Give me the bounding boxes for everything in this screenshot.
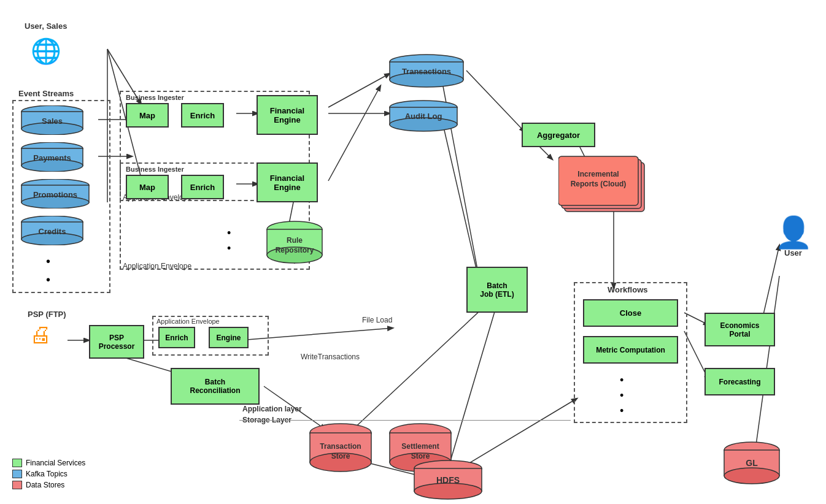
svg-text:Store: Store [411, 452, 430, 460]
sales-cylinder: Sales [18, 105, 86, 135]
user-sales-label: User, Sales [25, 21, 67, 31]
aggregator-box: Aggregator [522, 123, 595, 147]
metric-computation-box: Metric Computation [583, 336, 678, 364]
psp-processor-box: PSPProcessor [89, 325, 144, 359]
svg-text:Transaction: Transaction [320, 442, 361, 451]
svg-text:HDFS: HDFS [436, 475, 460, 485]
svg-line-7 [328, 74, 390, 107]
payments-cylinder: Payments [18, 142, 86, 172]
transaction-store: Transaction Store [307, 423, 374, 472]
psp-ftp-icon: 🖨 [29, 322, 52, 348]
svg-text:Rule: Rule [287, 236, 303, 245]
credits-cylinder: Credits [18, 216, 86, 245]
rule-repository: Rule Repository [264, 221, 325, 264]
bi2-label: Business Ingester [126, 166, 184, 173]
psp-engine-box: Engine [209, 327, 249, 348]
app-envelope-2-label: Application Envelope [123, 262, 191, 270]
dot1: • [46, 254, 50, 269]
svg-text:Repository: Repository [276, 246, 314, 254]
forecasting-box: Forecasting [704, 368, 775, 395]
svg-line-11 [442, 120, 479, 279]
wf-dot1: • [620, 374, 623, 387]
svg-point-82 [724, 468, 779, 484]
svg-point-78 [414, 483, 482, 499]
legend-data-color [12, 481, 22, 489]
legend: Financial Services Kafka Topics Data Sto… [12, 459, 85, 492]
dot3: • [227, 227, 231, 240]
user-figure-icon: 👤 [774, 215, 812, 250]
svg-text:Audit Log: Audit Log [405, 112, 442, 121]
write-transactions-label: WriteTransactions [301, 353, 360, 361]
svg-line-13 [466, 71, 525, 132]
economics-portal-box: EconomicsPortal [704, 313, 775, 346]
close-box: Close [583, 299, 678, 327]
batch-reconciliation-box: BatchReconciliation [171, 368, 260, 405]
svg-text:Settlement: Settlement [401, 442, 439, 451]
svg-text:GL: GL [746, 458, 758, 468]
legend-kafka-color [12, 470, 22, 478]
batch-job-etl-box: BatchJob (ETL) [466, 267, 528, 313]
svg-text:Promotions: Promotions [33, 190, 77, 199]
bi1-label: Business Ingester [126, 94, 184, 101]
financial-engine-2-box: Financial Engine [257, 162, 318, 202]
svg-line-9 [328, 86, 380, 181]
svg-text:Store: Store [331, 452, 350, 460]
workflows-label: Workflows [608, 285, 648, 294]
transactions-cylinder: Transactions [387, 54, 466, 88]
audit-log-cylinder: Audit Log [387, 100, 460, 132]
dot4: • [227, 242, 231, 255]
dot2: • [46, 273, 50, 287]
app-envelope-3-label: Application Envelope [156, 318, 220, 325]
file-load-label: File Load [362, 316, 392, 324]
incremental-reports: Incremental Reports (Cloud) [558, 153, 657, 223]
financial-engine-1-box: Financial Engine [257, 95, 318, 135]
svg-text:Transactions: Transactions [402, 67, 451, 76]
legend-data-label: Data Stores [26, 481, 64, 489]
svg-line-17 [448, 304, 497, 469]
psp-ftp-label: PSP (FTP) [28, 310, 66, 319]
promotions-cylinder: Promotions [18, 179, 92, 208]
bi2-map-box: Map [126, 175, 169, 199]
layer-divider [239, 420, 571, 421]
svg-text:Incremental: Incremental [577, 170, 619, 178]
user-label: User [784, 248, 802, 258]
bi1-enrich-box: Enrich [181, 103, 224, 128]
wf-dot2: • [620, 389, 623, 402]
gl-cylinder: GL [721, 441, 782, 484]
svg-text:Reports (Cloud): Reports (Cloud) [571, 180, 627, 188]
bi1-map-box: Map [126, 103, 169, 128]
bi2-enrich-box: Enrich [181, 175, 224, 199]
psp-enrich-box: Enrich [158, 327, 195, 348]
globe-icon: 🌐 [31, 37, 61, 66]
svg-text:Sales: Sales [42, 116, 63, 126]
hdfs-cylinder: HDFS [411, 460, 485, 500]
wf-dot3: • [620, 405, 623, 418]
svg-line-29 [755, 276, 779, 454]
svg-text:Credits: Credits [39, 227, 66, 236]
svg-text:Payments: Payments [33, 153, 71, 162]
legend-kafka-label: Kafka Topics [26, 470, 68, 478]
legend-financial-color [12, 459, 22, 467]
application-layer-label: Application layer [242, 405, 302, 413]
event-streams-label: Event Streams [18, 89, 74, 98]
legend-financial-label: Financial Services [26, 459, 85, 467]
